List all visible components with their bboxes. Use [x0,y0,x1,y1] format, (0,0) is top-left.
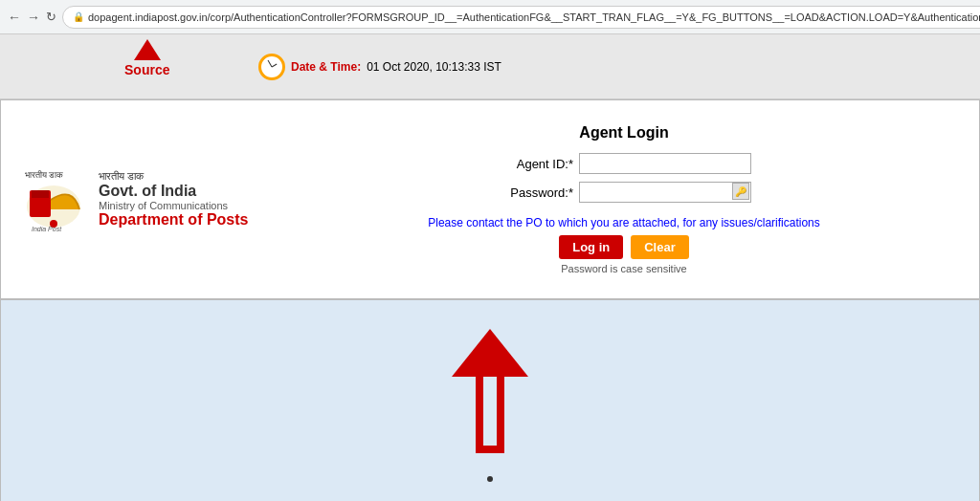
password-wrapper: 🔑 [579,182,751,203]
india-post-logo: भारतीय डाक India Post [20,166,87,233]
login-panel: भारतीय डाक India Post भारतीय डाक [1,100,979,300]
clear-button[interactable]: Clear [631,235,689,259]
agent-id-label: Agent ID:* [497,157,573,171]
svg-text:India Post: India Post [32,226,62,232]
svg-text:भारतीय डाक: भारतीय डाक [25,170,63,180]
browser-chrome: ← → ↻ 🔒 dopagent.indiapost.gov.in/corp/A… [0,0,980,34]
url-text: dopagent.indiapost.gov.in/corp/Authentic… [88,11,980,23]
datetime-value: 01 Oct 2020, 10:13:33 IST [367,60,501,74]
back-button[interactable]: ← [8,7,21,28]
arrow-head-icon [452,329,528,377]
clock-icon [258,54,285,80]
button-row: Log in Clear [559,235,689,259]
datetime-label: Date & Time: [291,60,361,74]
source-arrow-icon [134,39,161,60]
source-annotation: Source [124,39,169,77]
password-input[interactable] [579,182,751,203]
datetime-area: Date & Time: 01 Oct 2020, 10:13:33 IST [258,54,501,80]
logo-text-block: भारतीय डाक Govt. of India Ministry of Co… [99,170,248,229]
logo-svg: भारतीय डाक India Post [20,166,87,233]
hindi-text: भारतीय डाक [99,170,144,183]
reload-button[interactable]: ↻ [46,7,56,28]
agent-id-row: Agent ID:* [497,153,751,174]
ministry-label: Ministry of Communications [99,200,248,211]
source-label: Source [124,62,169,77]
arrow-body-icon [476,377,504,453]
login-form-section: Agent Login Agent ID:* Password:* 🔑 Plea… [288,115,960,284]
govt-india-label: Govt. of India [99,183,248,200]
forward-button[interactable]: → [27,7,40,28]
password-row: Password:* 🔑 [497,182,751,203]
key-icon[interactable]: 🔑 [732,183,749,200]
bottom-section [1,300,979,501]
main-content: भारतीय डाक India Post भारतीय डाक [0,99,980,501]
logo-section: भारतीय डाक India Post भारतीय डाक [20,166,288,233]
address-bar[interactable]: 🔒 dopagent.indiapost.gov.in/corp/Authent… [62,6,980,29]
big-arrow-annotation [452,329,528,453]
lock-icon: 🔒 [73,11,84,22]
emblem-hindi: भारतीय डाक [99,170,248,183]
password-label: Password:* [497,185,573,200]
contact-message: Please contact the PO to which you are a… [428,216,820,229]
login-button[interactable]: Log in [559,235,623,259]
agent-id-input[interactable] [579,153,751,174]
agent-login-title: Agent Login [579,124,668,142]
dot-indicator [487,476,493,482]
svg-rect-3 [32,190,49,198]
annotation-bar: Source Date & Time: 01 Oct 2020, 10:13:3… [0,34,980,99]
case-sensitive-message: Password is case sensitive [561,263,686,274]
dept-posts-label: Department of Posts [99,211,248,229]
